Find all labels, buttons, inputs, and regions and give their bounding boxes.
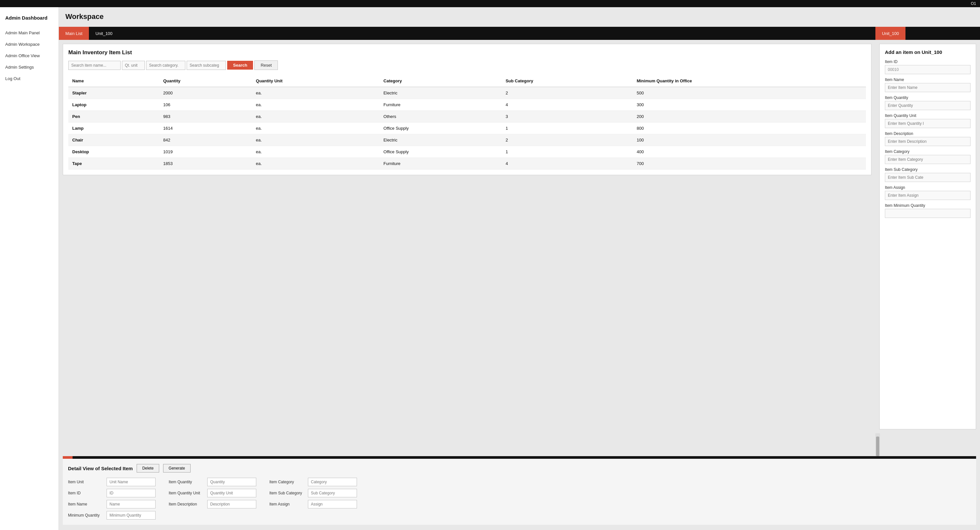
cell-sub-category: 1: [502, 146, 633, 158]
search-subcategory-input[interactable]: [187, 61, 226, 70]
cell-name: Tape: [68, 158, 159, 170]
cell-category: Furniture: [380, 158, 502, 170]
form-input-item-quantity-unit[interactable]: [885, 119, 970, 128]
cell-min-qty: 700: [633, 158, 866, 170]
sidebar-item-logout[interactable]: Log Out: [0, 73, 59, 84]
detail-input-item-assign[interactable]: [308, 500, 357, 508]
form-input-item-assign[interactable]: [885, 191, 970, 200]
table-row[interactable]: Stapler 2000 ea. Electric 2 500: [68, 87, 866, 99]
detail-input-item-category[interactable]: [308, 478, 357, 486]
inventory-panel: Main Inventory Item List Search Reset: [63, 44, 872, 175]
detail-panel: Detail View of Selected Item Delete Gene…: [63, 459, 976, 525]
table-row[interactable]: Laptop 106 ea. Furniture 4 300: [68, 99, 866, 111]
form-input-item-minimum-quantity[interactable]: [885, 209, 970, 218]
form-label: Item Category: [885, 149, 970, 154]
form-input-item-name[interactable]: [885, 83, 970, 92]
search-name-input[interactable]: [68, 61, 121, 70]
sidebar: Admin Dashboard Admin Main Panel Admin W…: [0, 7, 59, 530]
form-label: Item ID: [885, 59, 970, 64]
cell-unit: ea.: [252, 99, 380, 111]
tab-right-unit-100[interactable]: Unit_100: [875, 27, 905, 40]
detail-input-item-quantity-unit[interactable]: [207, 489, 256, 497]
detail-input-item-unit[interactable]: [107, 478, 156, 486]
cell-unit: ea.: [252, 87, 380, 99]
detail-row-label: Item Description: [169, 502, 205, 506]
cell-sub-category: 1: [502, 122, 633, 134]
form-input-item-id[interactable]: [885, 65, 970, 74]
cell-unit: ea.: [252, 122, 380, 134]
delete-button[interactable]: Delete: [137, 464, 159, 473]
form-label: Item Name: [885, 78, 970, 82]
add-item-panel: Add an item on Unit_100 Item IDItem Name…: [879, 44, 976, 429]
search-category-input[interactable]: [146, 61, 185, 70]
detail-input-item-name[interactable]: [107, 500, 156, 508]
form-label: Item Sub Category: [885, 167, 970, 172]
cell-sub-category: 2: [502, 134, 633, 146]
detail-row: Item Category: [269, 478, 357, 486]
detail-input-item-description[interactable]: [207, 500, 256, 508]
scrollbar[interactable]: [875, 433, 880, 456]
generate-button[interactable]: Generate: [163, 464, 191, 473]
detail-row: Item ID: [68, 489, 156, 497]
cell-category: Office Supply: [380, 122, 502, 134]
cell-unit: ea.: [252, 134, 380, 146]
left-panel: Main List Unit_100 Main Inventory Item L…: [59, 27, 875, 456]
table-row[interactable]: Tape 1853 ea. Furniture 4 700: [68, 158, 866, 170]
detail-row-label: Item Assign: [269, 502, 305, 506]
page-title: Workspace: [65, 13, 974, 21]
table-row[interactable]: Pen 983 ea. Others 3 200: [68, 111, 866, 122]
detail-row: Item Assign: [269, 500, 357, 508]
detail-header: Detail View of Selected Item Delete Gene…: [68, 464, 971, 473]
form-input-item-category[interactable]: [885, 155, 970, 164]
sidebar-item-admin-settings[interactable]: Admin Settings: [0, 62, 59, 73]
form-field: Item Minimum Quantity: [885, 203, 970, 218]
scrollbar-thumb[interactable]: [876, 436, 879, 456]
search-qt-input[interactable]: [122, 61, 145, 70]
top-bar: O1: [0, 0, 980, 7]
inventory-title: Main Inventory Item List: [68, 49, 866, 56]
search-button[interactable]: Search: [227, 61, 253, 70]
form-input-item-sub-category[interactable]: [885, 173, 970, 182]
add-item-title: Add an item on Unit_100: [885, 49, 970, 55]
cell-name: Laptop: [68, 99, 159, 111]
sidebar-item-admin-office-view[interactable]: Admin Office View: [0, 50, 59, 62]
content-split: Main List Unit_100 Main Inventory Item L…: [59, 27, 980, 456]
cell-sub-category: 3: [502, 111, 633, 122]
tab-bar-right: Unit_100: [875, 27, 980, 40]
form-field: Item Sub Category: [885, 167, 970, 182]
detail-input-item-quantity[interactable]: [207, 478, 256, 486]
detail-row: Item Quantity: [169, 478, 256, 486]
form-label: Item Quantity: [885, 95, 970, 100]
workspace-header: Workspace: [59, 7, 980, 27]
cell-category: Electric: [380, 87, 502, 99]
detail-input-minimum-quantity[interactable]: [107, 511, 156, 519]
table-row[interactable]: Chair 842 ea. Electric 2 100: [68, 134, 866, 146]
cell-min-qty: 400: [633, 146, 866, 158]
cell-category: Office Supply: [380, 146, 502, 158]
form-input-item-description[interactable]: [885, 137, 970, 146]
detail-row: Item Unit: [68, 478, 156, 486]
detail-input-item-sub-category[interactable]: [308, 489, 357, 497]
form-field: Item Quantity Unit: [885, 113, 970, 128]
detail-row: Item Name: [68, 500, 156, 508]
detail-left-col: Item Unit Item ID Item Name Minimum Quan…: [68, 478, 156, 519]
detail-right-col: Item Category Item Sub Category Item Ass…: [269, 478, 357, 519]
form-field: Item ID: [885, 59, 970, 74]
cell-quantity: 1614: [159, 122, 252, 134]
form-label: Item Quantity Unit: [885, 113, 970, 118]
reset-button[interactable]: Reset: [254, 60, 278, 70]
cell-unit: ea.: [252, 146, 380, 158]
detail-input-item-id[interactable]: [107, 489, 156, 497]
table-row[interactable]: Lamp 1614 ea. Office Supply 1 800: [68, 122, 866, 134]
detail-row: Item Sub Category: [269, 489, 357, 497]
table-row[interactable]: Desktop 1019 ea. Office Supply 1 400: [68, 146, 866, 158]
add-item-fields: Item IDItem NameItem QuantityItem Quanti…: [885, 59, 970, 218]
form-input-item-quantity[interactable]: [885, 101, 970, 110]
cell-quantity: 842: [159, 134, 252, 146]
tab-main-list[interactable]: Main List: [59, 27, 89, 40]
tab-unit-100[interactable]: Unit_100: [89, 27, 119, 40]
cell-quantity: 1019: [159, 146, 252, 158]
sidebar-item-admin-workspace[interactable]: Admin Workspace: [0, 38, 59, 50]
cell-quantity: 2000: [159, 87, 252, 99]
sidebar-item-admin-main-panel[interactable]: Admin Main Panel: [0, 27, 59, 38]
